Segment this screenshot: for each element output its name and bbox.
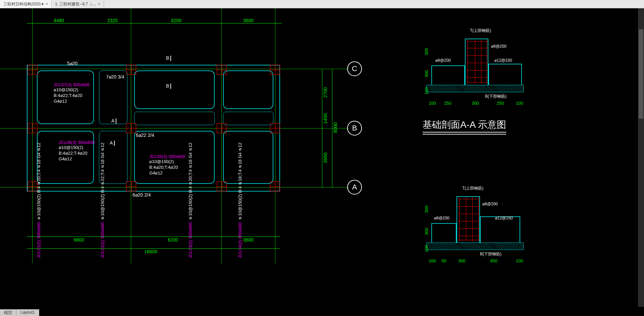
column-pad: [270, 65, 280, 75]
section-marker-A: A: [110, 140, 115, 146]
tab-label: 三联村日科结构2020.▾: [3, 1, 44, 7]
label-bottom-bar: B(下部钢筋): [480, 251, 501, 257]
close-icon[interactable]: ×: [46, 2, 48, 6]
column-pad: [270, 123, 280, 133]
dim-b2h3: 450: [490, 258, 497, 263]
dim-b-3: 3600: [243, 237, 254, 243]
document-tab-bar: 三联村日科结构2020.▾ × 1. 三联村建筑--8.7（… ×: [0, 0, 644, 8]
dim-vhd2: 300: [424, 70, 429, 77]
dim-b2h4: 100: [516, 258, 523, 263]
footing-cell: [134, 112, 215, 125]
dim-vhd: 300: [424, 48, 429, 55]
column-pad: [270, 181, 280, 192]
beam-label-jcl07: JCL07(3) 300x600 ⌀10@150(2) B:4⌀22;T:4⌀2…: [54, 82, 90, 104]
column-pad: [28, 65, 38, 75]
column-pad: [217, 123, 227, 133]
dim-line: [332, 69, 332, 188]
label-n1: ⌀8@200: [434, 216, 449, 220]
section-detail-B: T(上部钢筋) B(下部钢筋) ⌀8@200 ⌀8@200 ⌀12@150 30…: [425, 183, 525, 270]
dim-line: [27, 23, 282, 23]
tab-structural[interactable]: 三联村日科结构2020.▾ ×: [0, 0, 52, 8]
axis-bubble-A: A: [347, 180, 362, 195]
tab-architecture[interactable]: 1. 三联村建筑--8.7（… ×: [52, 0, 104, 8]
section-marker-A: A: [111, 118, 116, 124]
dim-b-2: 6200: [168, 237, 178, 243]
dim-ext: [32, 192, 33, 252]
rebar-note: 5⌀20: [67, 61, 77, 66]
footing-cell: [223, 70, 273, 109]
dim-b2h: 100: [429, 258, 436, 263]
section-marker-B: B: [166, 55, 171, 61]
dim-top-4: 3600: [243, 18, 254, 23]
beam-label-jcl04: JCL04(2) 300x600 ⌀10@150(2) B:4⌀18;T:4⌀1…: [237, 143, 243, 258]
dim-v-total: 8000: [333, 122, 338, 133]
column-pad: [217, 181, 227, 192]
dim-bh1: 250: [444, 101, 451, 106]
drawing-viewport[interactable]: 4480 2320 6200 3600 5⌀20 7⌀20 3/4 6⌀22 2…: [0, 8, 644, 307]
column-pad: [126, 123, 136, 133]
beam-label-jcl05: JCL05(3) 300x600 ⌀10@150(2) B:4⌀20;T:4⌀2…: [149, 154, 185, 176]
dim-top-2: 2320: [107, 18, 118, 23]
axis-bubble-B: B: [347, 121, 362, 136]
label-n1: ⌀8@200: [435, 58, 451, 63]
beam-label-jcl03: JCL03(2) 300x600 ⌀10@150(2) B:4⌀20;T:4⌀1…: [188, 143, 194, 258]
column-pad: [126, 65, 136, 75]
dim-ext: [275, 192, 275, 252]
dim-top-1: 4480: [54, 18, 64, 23]
section-title-A: 基础剖面A-A 示意图: [423, 118, 506, 135]
rebar-note: 6⌀22 2/4: [136, 133, 154, 138]
dim-ext: [221, 192, 222, 252]
dim-v-3: 3950: [323, 153, 328, 163]
dim-line: [27, 236, 280, 237]
close-icon[interactable]: ×: [98, 2, 100, 6]
dim-vhd3: 100: [424, 87, 429, 95]
beam-label-jcl01: JCL01(2) 300x600 ⌀10@150(2) B:4⌀20;T:4⌀1…: [36, 143, 42, 258]
dim-bh2: 300: [472, 101, 479, 106]
tab-model[interactable]: 模型: [0, 309, 16, 316]
tab-layout1[interactable]: Layout1: [16, 309, 39, 316]
dim-b2h2: 300: [458, 258, 466, 263]
dim-b2h1: 50: [441, 258, 446, 263]
dim-vhd2: 300: [424, 228, 429, 235]
label-n2: ⌀8@200: [491, 44, 506, 49]
label-n2: ⌀8@200: [482, 202, 498, 206]
footing-cell: [134, 70, 215, 109]
column-pad: [28, 123, 38, 133]
dim-bh3: 250: [497, 101, 504, 106]
dim-v-1: 2700: [323, 87, 328, 98]
dim-b-1: 6800: [74, 237, 84, 243]
footing-cell: [223, 131, 273, 184]
vertical-scrollbar[interactable]: [638, 8, 644, 307]
beam-label-jcl06: JCL06(3) 300x600 ⌀10@150(2) B:4⌀22;T:4⌀2…: [59, 140, 95, 162]
dim-v-2: 1450: [323, 113, 328, 124]
label-n3: ⌀12@150: [495, 216, 513, 220]
label-top-bar: T(上部钢筋): [470, 28, 491, 34]
section-marker-B: B: [166, 83, 171, 89]
rebar-note: 6⌀20 2/4: [132, 192, 151, 198]
footing-cell: [223, 112, 273, 125]
label-bottom-bar: B(下部钢筋): [485, 94, 506, 99]
axis-bubble-C: C: [347, 61, 362, 76]
tab-label: 1. 三联村建筑--8.7（…: [55, 1, 96, 7]
dim-b-total: 16600: [144, 249, 157, 254]
layout-tab-bar: 模型 Layout1: [0, 309, 39, 316]
beam-label-jcl02: JCL02(2) 300x600 ⌀10@150(2) B:4⌀22;T:4⌀1…: [100, 143, 106, 258]
dim-top-3: 6200: [171, 18, 181, 23]
dim-bh: 100: [429, 101, 436, 106]
label-top-bar: T(上部钢筋): [462, 186, 483, 191]
dim-vhd3: 100: [424, 245, 429, 252]
dim-ext: [131, 192, 131, 252]
dim-line: [27, 248, 280, 249]
rebar-note: 7⌀20 3/4: [106, 74, 124, 80]
section-detail-A: T(上部钢筋) B(下部钢筋) ⌀8@200 ⌀8@200 ⌀12@150 30…: [425, 25, 525, 126]
dim-vhd: 300: [424, 206, 429, 213]
dim-bh4: 100: [516, 101, 523, 106]
dim-line: [322, 69, 322, 188]
column-pad: [126, 181, 136, 192]
label-n3: ⌀12@150: [494, 58, 512, 63]
column-pad: [217, 65, 227, 75]
